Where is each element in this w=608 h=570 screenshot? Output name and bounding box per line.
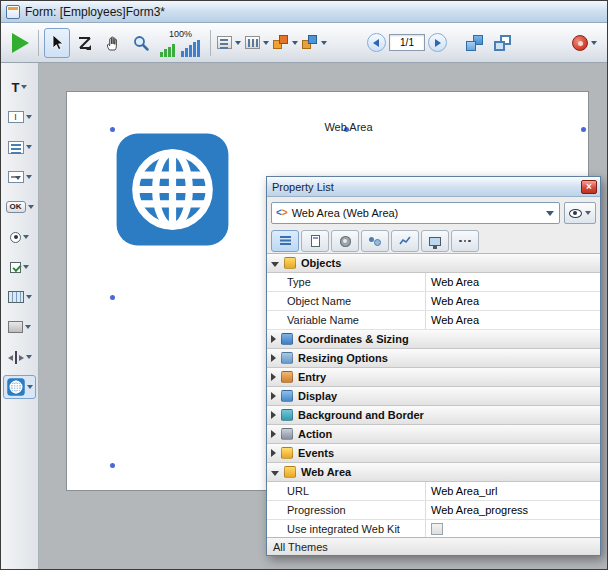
splitter-tool-button[interactable] bbox=[3, 345, 36, 369]
combo-box-icon bbox=[8, 171, 24, 183]
section-events[interactable]: Events bbox=[267, 444, 600, 463]
webkit-checkbox[interactable] bbox=[431, 523, 443, 535]
property-row-web-kit[interactable]: Use integrated Web Kit bbox=[267, 520, 600, 537]
button-grid-tool-button[interactable] bbox=[3, 285, 36, 309]
arrow-right-icon bbox=[435, 39, 441, 47]
disclosure-triangle-icon[interactable] bbox=[271, 373, 276, 381]
section-label: Objects bbox=[301, 257, 341, 269]
display-views-button[interactable] bbox=[489, 28, 515, 58]
text-tool-icon: T bbox=[12, 81, 20, 94]
next-page-button[interactable] bbox=[428, 33, 447, 52]
object-selector-dropdown[interactable]: <> Web Area (Web Area) bbox=[271, 202, 560, 224]
property-row-object-name[interactable]: Object Name Web Area bbox=[267, 292, 600, 311]
chevron-down-icon bbox=[21, 85, 27, 89]
text-tool-button[interactable]: T bbox=[3, 75, 36, 99]
chevron-down-icon bbox=[27, 385, 33, 389]
zoom-level-label: 100% bbox=[169, 29, 192, 39]
duplicate-button[interactable] bbox=[301, 28, 328, 58]
combo-box-tool-button[interactable] bbox=[3, 165, 36, 189]
chevron-down-icon bbox=[26, 355, 32, 359]
object-selector-value: Web Area (Web Area) bbox=[292, 207, 399, 219]
web-area-object-label: Web Area bbox=[112, 121, 585, 133]
tab-display[interactable] bbox=[421, 230, 449, 252]
section-background-border[interactable]: Background and Border bbox=[267, 406, 600, 425]
manage-pages-button[interactable] bbox=[461, 28, 487, 58]
settings-button[interactable] bbox=[571, 28, 598, 58]
entry-order-tool-button[interactable] bbox=[72, 28, 98, 58]
tab-form[interactable] bbox=[301, 230, 329, 252]
property-row-url[interactable]: URL Web Area_url bbox=[267, 482, 600, 501]
tab-chart[interactable] bbox=[391, 230, 419, 252]
globe-icon bbox=[7, 378, 25, 396]
web-area-tool-button[interactable] bbox=[3, 375, 36, 399]
property-row-type[interactable]: Type Web Area bbox=[267, 273, 600, 292]
property-value-cell bbox=[425, 520, 600, 537]
web-area-section-icon bbox=[284, 466, 296, 478]
entry-order-icon bbox=[76, 34, 94, 52]
window-title: Form: [Employees]Form3* bbox=[25, 5, 165, 19]
toolbar-separator bbox=[38, 30, 39, 56]
section-label: Background and Border bbox=[298, 409, 424, 421]
zoom-tool-button[interactable] bbox=[128, 28, 154, 58]
property-list-titlebar[interactable]: Property List × bbox=[267, 177, 600, 197]
zoom-bars[interactable] bbox=[160, 39, 201, 57]
close-button[interactable]: × bbox=[581, 180, 597, 194]
align-button[interactable] bbox=[216, 28, 242, 58]
run-form-button[interactable] bbox=[7, 28, 33, 58]
selection-handle-bottom-left[interactable] bbox=[110, 463, 115, 468]
section-action[interactable]: Action bbox=[267, 425, 600, 444]
disclosure-triangle-icon[interactable] bbox=[271, 335, 276, 343]
chart-icon bbox=[399, 236, 411, 246]
property-value[interactable]: Web Area bbox=[425, 292, 600, 310]
radio-button-tool-button[interactable] bbox=[3, 225, 36, 249]
object-tool-palette: T I OK bbox=[1, 63, 39, 569]
section-web-area[interactable]: Web Area bbox=[267, 463, 600, 482]
tab-users[interactable] bbox=[361, 230, 389, 252]
property-value[interactable]: Web Area bbox=[425, 273, 600, 291]
property-label: Type bbox=[267, 276, 425, 288]
section-display[interactable]: Display bbox=[267, 387, 600, 406]
checkbox-tool-button[interactable] bbox=[3, 255, 36, 279]
chevron-down-icon bbox=[321, 41, 327, 45]
distribute-button[interactable] bbox=[244, 28, 270, 58]
events-section-icon bbox=[281, 447, 293, 459]
property-value[interactable]: Web Area bbox=[425, 311, 600, 329]
level-button[interactable] bbox=[272, 28, 299, 58]
property-row-variable-name[interactable]: Variable Name Web Area bbox=[267, 311, 600, 330]
rectangle-tool-button[interactable] bbox=[3, 315, 36, 339]
disclosure-triangle-icon[interactable] bbox=[271, 262, 279, 267]
section-resizing-options[interactable]: Resizing Options bbox=[267, 349, 600, 368]
disclosure-triangle-icon[interactable] bbox=[271, 392, 276, 400]
property-value[interactable]: Web Area_url bbox=[425, 482, 600, 500]
disclosure-triangle-icon[interactable] bbox=[271, 449, 276, 457]
list-box-tool-button[interactable] bbox=[3, 135, 36, 159]
toolbar-separator bbox=[210, 30, 211, 56]
entry-section-icon bbox=[281, 371, 293, 383]
pages-icon bbox=[466, 35, 483, 51]
select-tool-button[interactable] bbox=[44, 28, 70, 58]
hand-tool-button[interactable] bbox=[100, 28, 126, 58]
disclosure-triangle-icon[interactable] bbox=[271, 471, 279, 476]
disclosure-triangle-icon[interactable] bbox=[271, 411, 276, 419]
disclosure-triangle-icon[interactable] bbox=[271, 354, 276, 362]
web-area-object[interactable] bbox=[115, 132, 230, 247]
section-entry[interactable]: Entry bbox=[267, 368, 600, 387]
previous-page-button[interactable] bbox=[367, 33, 386, 52]
themes-footer[interactable]: All Themes bbox=[267, 537, 600, 555]
disclosure-triangle-icon[interactable] bbox=[271, 430, 276, 438]
section-label: Web Area bbox=[301, 466, 351, 478]
section-coordinates-sizing[interactable]: Coordinates & Sizing bbox=[267, 330, 600, 349]
tab-more[interactable] bbox=[451, 230, 479, 252]
property-row-progression[interactable]: Progression Web Area_progress bbox=[267, 501, 600, 520]
tab-settings[interactable] bbox=[331, 230, 359, 252]
view-options-button[interactable] bbox=[564, 202, 596, 224]
button-tool-button[interactable]: OK bbox=[3, 195, 36, 219]
input-tool-button[interactable]: I bbox=[3, 105, 36, 129]
radio-button-icon bbox=[10, 232, 21, 243]
selection-handle-middle-left[interactable] bbox=[110, 295, 115, 300]
window-titlebar[interactable]: Form: [Employees]Form3* bbox=[1, 1, 607, 23]
tab-all-properties[interactable] bbox=[271, 230, 299, 252]
rectangle-icon bbox=[8, 321, 23, 333]
property-value[interactable]: Web Area_progress bbox=[425, 501, 600, 519]
section-objects[interactable]: Objects bbox=[267, 254, 600, 273]
